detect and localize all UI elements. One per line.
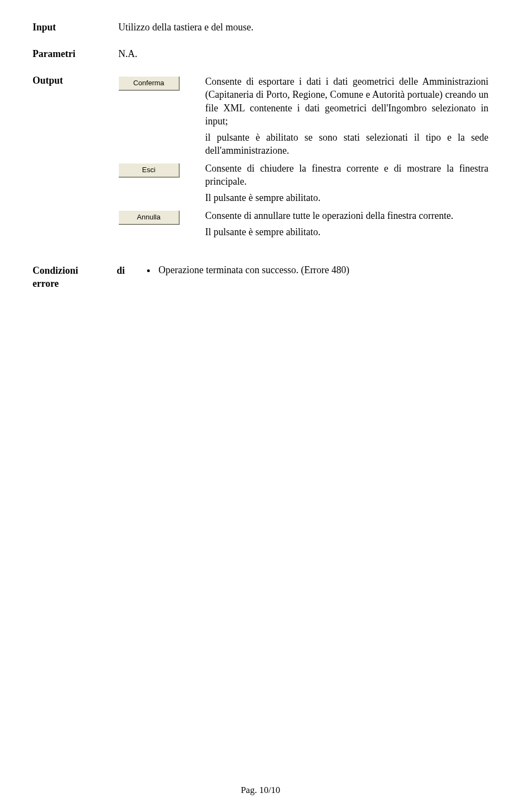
condizioni-label-word2: errore (33, 278, 59, 289)
condizioni-value: Operazione terminata con successo. (Erro… (141, 265, 488, 276)
parametri-value: N.A. (118, 48, 488, 60)
annulla-text-2: Il pulsante è sempre abilitato. (205, 225, 488, 238)
output-row: Output Conferma Consente di esportare i … (33, 75, 488, 243)
page-footer: Pag. 10/10 (0, 785, 521, 796)
output-item-annulla: Annulla Consente di annullare tutte le o… (118, 209, 488, 242)
button-col: Esci (118, 162, 205, 177)
condizioni-row: Condizioni di errore Operazione terminat… (33, 265, 488, 290)
input-value: Utilizzo della tastiera e del mouse. (118, 22, 488, 33)
conferma-button[interactable]: Conferma (118, 76, 179, 90)
output-label: Output (33, 75, 118, 86)
parametri-label: Parametri (33, 48, 118, 60)
condizioni-label: Condizioni di errore (33, 265, 141, 290)
parametri-row: Parametri N.A. (33, 48, 488, 60)
annulla-text-1: Consente di annullare tutte le operazion… (205, 209, 488, 222)
condizioni-label-di: di (117, 265, 141, 277)
annulla-description: Consente di annullare tutte le operazion… (205, 209, 488, 242)
output-items: Conferma Consente di esportare i dati i … (118, 75, 488, 243)
conferma-description: Consente di esportare i dati i dati geom… (205, 75, 488, 161)
esci-text-1: Consente di chiudere la finestra corrent… (205, 162, 488, 188)
button-col: Conferma (118, 75, 205, 90)
esci-button[interactable]: Esci (118, 163, 179, 177)
button-col: Annulla (118, 209, 205, 224)
conferma-text-2: il pulsante è abilitato se sono stati se… (205, 131, 488, 158)
output-item-conferma: Conferma Consente di esportare i dati i … (118, 75, 488, 161)
input-label: Input (33, 22, 118, 33)
condizioni-label-word1: Condizioni (33, 265, 78, 276)
esci-description: Consente di chiudere la finestra corrent… (205, 162, 488, 208)
output-item-esci: Esci Consente di chiudere la finestra co… (118, 162, 488, 208)
conferma-text-1: Consente di esportare i dati i dati geom… (205, 75, 488, 128)
condizioni-bullet: Operazione terminata con successo. (Erro… (156, 265, 488, 276)
input-row: Input Utilizzo della tastiera e del mous… (33, 22, 488, 33)
annulla-button[interactable]: Annulla (118, 210, 179, 224)
esci-text-2: Il pulsante è sempre abilitato. (205, 191, 488, 204)
